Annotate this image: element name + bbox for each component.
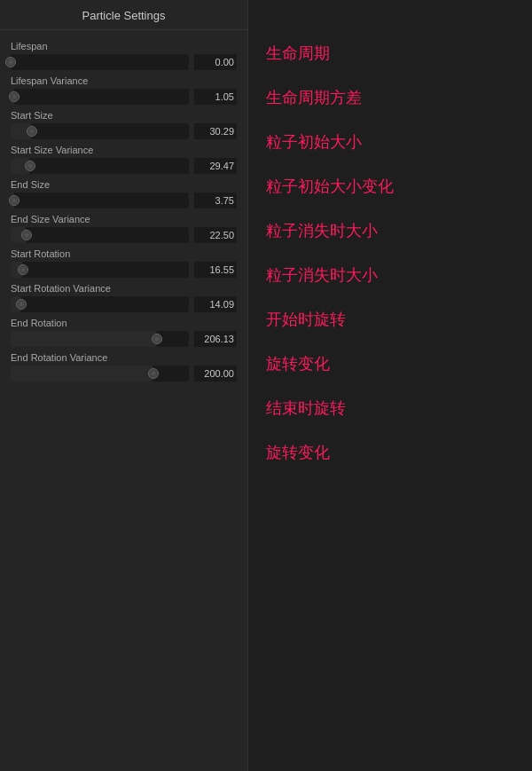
label-start-rotation: Start Rotation (11, 248, 237, 259)
slider-row-end-size (11, 193, 237, 208)
slider-thumb-lifespan[interactable] (5, 57, 16, 67)
label-end-size: End Size (11, 179, 237, 190)
setting-row-end-rotation-variance: End Rotation Variance (11, 352, 237, 382)
left-panel: Particle Settings LifespanLifespan Varia… (0, 0, 248, 771)
slider-thumb-end-size[interactable] (9, 195, 20, 206)
slider-thumb-start-size[interactable] (27, 126, 37, 137)
label-start-size-variance: Start Size Variance (11, 145, 237, 155)
slider-fill-end-rotation-variance (11, 366, 153, 382)
slider-thumb-lifespan-variance[interactable] (9, 91, 20, 102)
setting-row-start-size-variance: Start Size Variance (11, 145, 237, 174)
slider-track-end-rotation-variance[interactable] (11, 366, 189, 382)
value-input-lifespan-variance[interactable] (194, 89, 237, 105)
slider-track-end-size[interactable] (11, 193, 189, 208)
slider-thumb-end-size-variance[interactable] (21, 230, 32, 240)
value-input-start-size[interactable] (194, 123, 237, 139)
label-lifespan-variance: Lifespan Variance (11, 75, 237, 86)
setting-row-end-size-variance: End Size Variance (11, 214, 237, 243)
chinese-label-7: 旋转变化 (266, 353, 514, 374)
value-input-end-rotation-variance[interactable] (194, 366, 237, 382)
label-end-size-variance: End Size Variance (11, 214, 237, 224)
chinese-label-4: 粒子消失时大小 (266, 220, 514, 241)
chinese-label-0: 生命周期 (266, 43, 514, 64)
slider-track-end-size-variance[interactable] (11, 227, 189, 243)
slider-track-lifespan[interactable] (11, 54, 189, 70)
chinese-label-3: 粒子初始大小变化 (266, 176, 514, 197)
slider-row-start-rotation (11, 262, 237, 278)
setting-row-start-size: Start Size (11, 110, 237, 139)
label-lifespan: Lifespan (11, 41, 237, 51)
right-panel: 生命周期生命周期方差粒子初始大小粒子初始大小变化粒子消失时大小粒子消失时大小开始… (248, 0, 532, 771)
slider-row-start-size (11, 123, 237, 139)
slider-track-start-rotation-variance[interactable] (11, 296, 189, 312)
slider-row-end-rotation (11, 331, 237, 347)
slider-row-lifespan (11, 54, 237, 70)
label-end-rotation: End Rotation (11, 318, 237, 328)
slider-row-start-rotation-variance (11, 296, 237, 312)
value-input-start-rotation-variance[interactable] (194, 296, 237, 312)
setting-row-start-rotation-variance: Start Rotation Variance (11, 283, 237, 312)
setting-row-lifespan-variance: Lifespan Variance (11, 75, 237, 105)
chinese-label-9: 旋转变化 (266, 442, 514, 463)
panel-title: Particle Settings (0, 0, 247, 30)
chinese-label-5: 粒子消失时大小 (266, 264, 514, 286)
slider-track-start-rotation[interactable] (11, 262, 189, 278)
value-input-lifespan[interactable] (194, 54, 237, 70)
slider-track-start-size-variance[interactable] (11, 158, 189, 174)
setting-row-end-size: End Size (11, 179, 237, 208)
value-input-end-size-variance[interactable] (194, 227, 237, 243)
label-start-size: Start Size (11, 110, 237, 121)
slider-thumb-end-rotation[interactable] (152, 334, 162, 344)
slider-thumb-end-rotation-variance[interactable] (148, 368, 159, 379)
value-input-end-rotation[interactable] (194, 331, 237, 347)
value-input-start-size-variance[interactable] (194, 158, 237, 174)
chinese-label-6: 开始时旋转 (266, 309, 514, 330)
setting-row-end-rotation: End Rotation (11, 318, 237, 347)
label-start-rotation-variance: Start Rotation Variance (11, 283, 237, 294)
chinese-label-1: 生命周期方差 (266, 87, 514, 108)
slider-row-start-size-variance (11, 158, 237, 174)
slider-row-end-size-variance (11, 227, 237, 243)
setting-row-start-rotation: Start Rotation (11, 248, 237, 278)
value-input-end-size[interactable] (194, 193, 237, 208)
slider-track-end-rotation[interactable] (11, 331, 189, 347)
slider-track-start-size[interactable] (11, 123, 189, 139)
label-end-rotation-variance: End Rotation Variance (11, 352, 237, 363)
chinese-label-8: 结束时旋转 (266, 397, 514, 419)
slider-thumb-start-rotation-variance[interactable] (16, 299, 27, 310)
slider-row-end-rotation-variance (11, 366, 237, 382)
slider-thumb-start-size-variance[interactable] (25, 161, 35, 171)
chinese-label-2: 粒子初始大小 (266, 131, 514, 153)
slider-row-lifespan-variance (11, 89, 237, 105)
slider-fill-end-rotation (11, 331, 157, 347)
value-input-start-rotation[interactable] (194, 262, 237, 278)
slider-thumb-start-rotation[interactable] (18, 264, 28, 275)
settings-content: LifespanLifespan VarianceStart SizeStart… (0, 30, 247, 394)
setting-row-lifespan: Lifespan (11, 41, 237, 70)
slider-track-lifespan-variance[interactable] (11, 89, 189, 105)
